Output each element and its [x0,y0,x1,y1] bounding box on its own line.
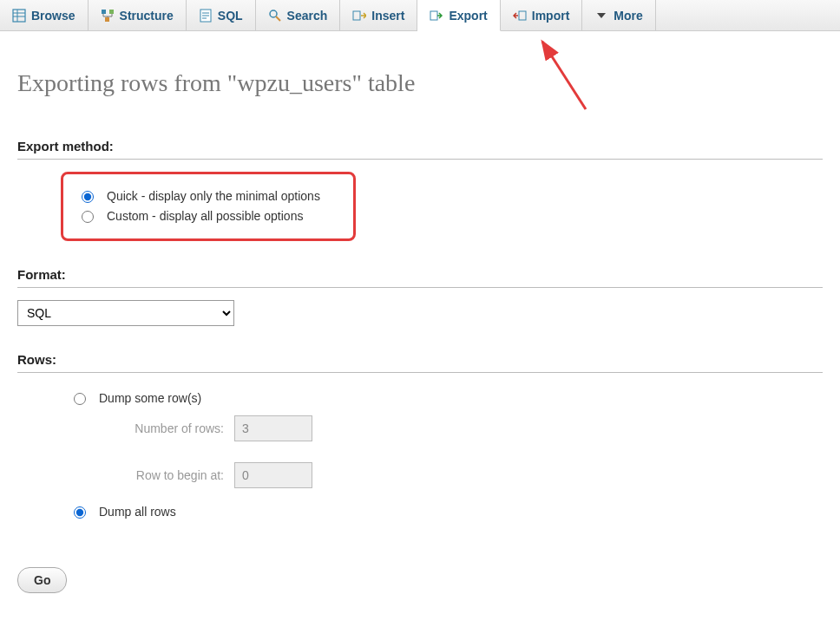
page-title: Exporting rows from "wpzu_users" table [17,69,823,97]
row-begin-input[interactable] [234,462,312,488]
tab-import[interactable]: Import [501,0,583,30]
tab-insert[interactable]: Insert [340,0,417,30]
tab-label: Export [449,9,487,23]
num-rows-input[interactable] [234,415,312,441]
rows-subfields: Number of rows: Row to begin at: [104,415,823,488]
export-method-quick[interactable]: Quick - display only the minimal options [77,188,339,203]
export-method-custom[interactable]: Custom - display all possible options [77,208,339,223]
rows-dump-all[interactable]: Dump all rows [69,504,823,519]
export-method-section: Export method: Quick - display only the … [17,139,823,241]
format-section: Format: SQL [17,267,823,326]
tab-sql[interactable]: SQL [187,0,256,30]
radio-label: Dump some row(s) [99,391,201,405]
structure-icon [101,9,115,23]
go-button[interactable]: Go [17,567,67,593]
row-begin-label: Row to begin at: [104,468,234,482]
radio-dump-all[interactable] [74,506,86,519]
svg-rect-5 [109,10,114,14]
svg-rect-13 [353,11,360,20]
tab-label: Insert [371,9,404,23]
svg-rect-15 [519,11,526,20]
export-method-highlight: Quick - display only the minimal options… [61,172,356,241]
tab-structure[interactable]: Structure [89,0,187,30]
section-legend-format: Format: [17,267,823,288]
tab-label: Search [287,9,328,23]
tab-export[interactable]: Export [417,0,500,31]
tab-label: SQL [218,9,243,23]
insert-icon [352,9,366,23]
sql-icon [199,9,213,23]
rows-dump-some[interactable]: Dump some row(s) [69,390,823,405]
table-icon [12,9,26,23]
radio-label: Quick - display only the minimal options [107,189,320,203]
format-select[interactable]: SQL [17,300,234,326]
svg-line-12 [276,16,280,21]
section-legend-export-method: Export method: [17,139,823,160]
chevron-down-icon [594,9,608,23]
search-icon [268,9,282,23]
tab-label: Browse [31,9,75,23]
svg-rect-4 [102,10,106,14]
tab-label: Structure [120,9,174,23]
tab-browse[interactable]: Browse [0,0,89,30]
rows-section: Rows: Dump some row(s) Number of rows: R… [17,352,823,524]
section-legend-rows: Rows: [17,352,823,373]
svg-rect-6 [105,17,109,22]
num-rows-label: Number of rows: [104,421,234,435]
tab-label: Import [532,9,570,23]
svg-rect-0 [13,10,25,22]
tab-search[interactable]: Search [256,0,341,30]
export-icon [430,9,443,23]
radio-custom[interactable] [82,211,94,223]
tab-more[interactable]: More [582,0,655,30]
radio-label: Dump all rows [99,505,176,519]
import-icon [513,9,527,23]
svg-point-11 [270,10,277,17]
tab-label: More [614,9,642,23]
radio-quick[interactable] [82,191,94,203]
top-tabbar: Browse Structure SQL Search Insert Expor… [0,0,840,31]
radio-label: Custom - display all possible options [107,209,303,223]
radio-dump-some[interactable] [74,393,86,405]
svg-rect-14 [430,11,437,20]
